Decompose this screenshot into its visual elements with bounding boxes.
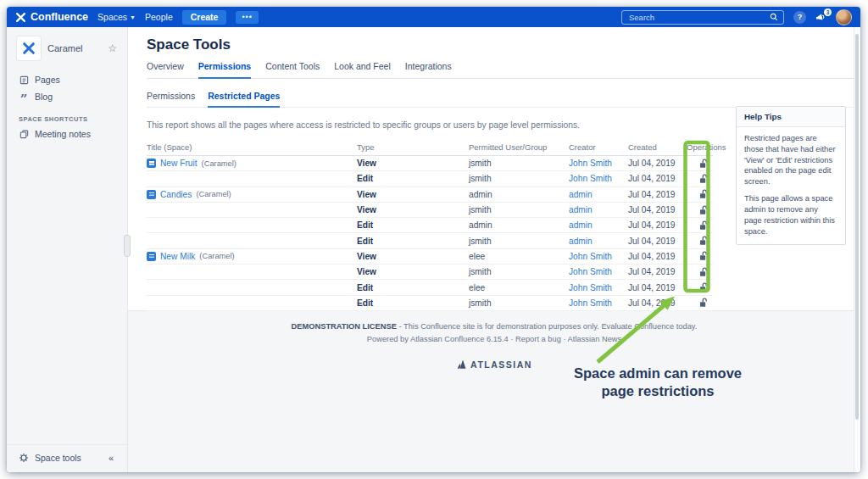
license-line: DEMONSTRATION LICENSE - This Confluence … — [128, 322, 860, 331]
sidebar-item-meeting-notes[interactable]: Meeting notes — [7, 125, 127, 142]
creator-link[interactable]: John Smith — [569, 252, 612, 261]
tab-look-and-feel[interactable]: Look and Feel — [334, 61, 391, 78]
creator-link[interactable]: John Smith — [569, 267, 612, 276]
space-name-link[interactable]: Caramel — [47, 43, 101, 53]
created-date: Jul 04, 2019 — [628, 174, 694, 183]
page-title-link[interactable]: Candies — [160, 190, 192, 199]
restricted-pages-table: Title (Space)TypePermitted User/GroupCre… — [147, 139, 713, 311]
remove-restriction-unlock-icon[interactable] — [699, 174, 709, 184]
creator-link[interactable]: admin — [569, 205, 593, 214]
confluence-home-link[interactable]: Confluence — [15, 11, 88, 23]
permitted-user: jsmith — [469, 205, 569, 214]
create-button[interactable]: Create — [182, 10, 227, 25]
tab-permissions[interactable]: Permissions — [198, 61, 251, 79]
subtab-permissions[interactable]: Permissions — [147, 91, 195, 107]
restriction-type: View — [357, 159, 469, 168]
help-tips-paragraph: This page allows a space admin to remove… — [744, 193, 837, 237]
operations-cell — [694, 159, 713, 169]
table-header-row: Title (Space)TypePermitted User/GroupCre… — [147, 139, 713, 156]
sidebar-item-label: Blog — [35, 92, 53, 102]
remove-restriction-unlock-icon[interactable] — [699, 189, 709, 199]
creator-link[interactable]: admin — [569, 237, 593, 246]
sidebar-bottom-bar: Space tools « — [7, 444, 127, 472]
subtab-restricted-pages[interactable]: Restricted Pages — [208, 91, 280, 108]
creator-cell: John Smith — [569, 283, 628, 292]
remove-restriction-unlock-icon[interactable] — [699, 251, 709, 261]
remove-restriction-unlock-icon[interactable] — [699, 205, 709, 215]
sidebar-item-pages[interactable]: Pages — [7, 71, 127, 88]
confluence-window: Confluence Spaces ▼ People Create ••• ? … — [7, 7, 860, 472]
confluence-logo-icon — [15, 12, 26, 23]
space-header: Caramel ☆ — [7, 27, 127, 71]
remove-restriction-unlock-icon[interactable] — [699, 298, 709, 308]
space-label: (Caramel) — [202, 159, 236, 168]
creator-link[interactable]: John Smith — [569, 298, 612, 308]
spaces-menu[interactable]: Spaces ▼ — [97, 12, 136, 22]
license-label: DEMONSTRATION LICENSE — [292, 322, 397, 331]
sub-tab-bar: PermissionsRestricted Pages — [147, 91, 860, 108]
remove-restriction-unlock-icon[interactable] — [699, 282, 709, 292]
table-row: EditjsmithJohn SmithJul 04, 2019 — [147, 171, 713, 187]
search-icon[interactable] — [770, 13, 778, 21]
atlassian-news-link[interactable]: Atlassian News — [568, 335, 622, 343]
license-text: - This Confluence site is for demonstrat… — [398, 322, 697, 331]
creator-link[interactable]: John Smith — [569, 283, 612, 292]
top-nav-bar: Confluence Spaces ▼ People Create ••• ? … — [7, 7, 860, 27]
operations-cell — [694, 236, 713, 246]
column-header-creator: Creator — [569, 142, 628, 152]
help-icon[interactable]: ? — [793, 11, 806, 24]
operations-cell — [694, 251, 713, 261]
remove-restriction-unlock-icon[interactable] — [699, 236, 709, 246]
search-box[interactable] — [621, 10, 784, 25]
column-header-type: Type — [357, 142, 469, 152]
tab-integrations[interactable]: Integrations — [405, 61, 452, 78]
table-row: EditjsmithJohn SmithJul 04, 2019 — [147, 296, 713, 311]
favorite-star-icon[interactable]: ☆ — [108, 42, 117, 54]
notification-badge: 3 — [824, 8, 832, 16]
footer: DEMONSTRATION LICENSE - This Confluence … — [128, 311, 860, 370]
restriction-type: Edit — [357, 220, 469, 230]
sidebar-item-blog[interactable]: ”Blog — [7, 88, 127, 105]
remove-restriction-unlock-icon[interactable] — [699, 267, 709, 277]
creator-cell: John Smith — [569, 174, 628, 183]
tab-content-tools[interactable]: Content Tools — [265, 61, 320, 78]
notifications-icon[interactable]: 3 — [815, 12, 826, 23]
atlassian-logo: ATLASSIAN — [128, 359, 860, 370]
sidebar-resize-handle[interactable] — [124, 235, 131, 257]
pages-icon — [19, 75, 29, 85]
page-icon — [147, 252, 156, 261]
page-title-link[interactable]: New Milk — [160, 252, 195, 261]
operations-cell — [694, 174, 713, 184]
page-title-link[interactable]: New Fruit — [160, 159, 198, 168]
column-header-permitted-user-group: Permitted User/Group — [469, 142, 569, 152]
space-logo-icon[interactable] — [17, 36, 41, 60]
table-row: ViewjsmithJohn SmithJul 04, 2019 — [147, 265, 713, 280]
sidebar-collapse-button[interactable]: « — [108, 453, 114, 463]
permitted-user: jsmith — [469, 237, 569, 246]
permitted-user: elee — [469, 283, 569, 292]
vertical-scrollbar[interactable] — [854, 27, 860, 472]
creator-cell: John Smith — [569, 267, 628, 276]
operations-cell — [694, 220, 713, 231]
help-tips-panel: Help Tips Restricted pages are those tha… — [736, 106, 846, 245]
user-avatar[interactable] — [836, 9, 852, 25]
creator-cell: admin — [569, 220, 628, 230]
created-date: Jul 04, 2019 — [628, 252, 694, 261]
tab-overview[interactable]: Overview — [147, 61, 184, 78]
creator-cell: admin — [569, 205, 628, 214]
people-menu[interactable]: People — [145, 12, 173, 22]
remove-restriction-unlock-icon[interactable] — [699, 220, 709, 231]
creator-link[interactable]: John Smith — [569, 159, 612, 168]
remove-restriction-unlock-icon[interactable] — [699, 159, 709, 169]
report-a-bug-link[interactable]: Report a bug — [515, 335, 561, 343]
scrollbar-thumb[interactable] — [855, 34, 859, 420]
creator-link[interactable]: John Smith — [569, 174, 612, 183]
space-tools-link[interactable]: Space tools — [35, 453, 81, 463]
creator-link[interactable]: admin — [569, 220, 593, 230]
sidebar-shortcuts: Meeting notes — [7, 125, 127, 142]
create-more-button[interactable]: ••• — [236, 11, 258, 24]
permitted-user: elee — [469, 252, 569, 261]
search-input[interactable] — [627, 12, 766, 23]
restriction-type: Edit — [357, 298, 469, 308]
creator-link[interactable]: admin — [569, 190, 593, 199]
